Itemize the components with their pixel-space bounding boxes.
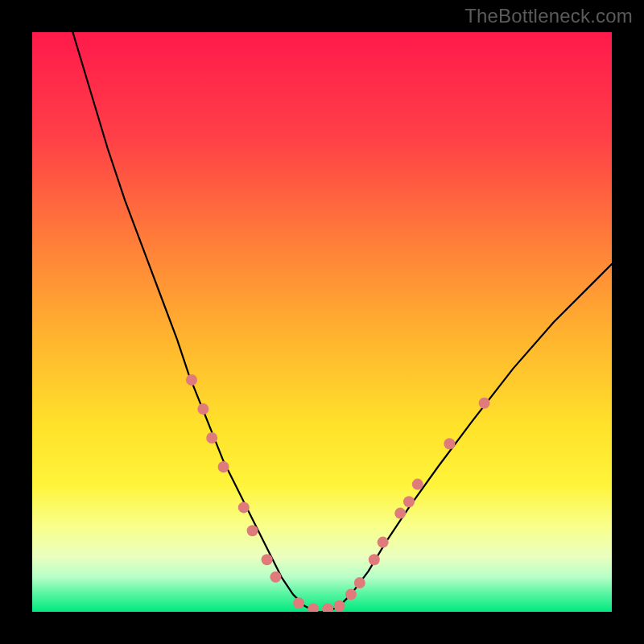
highlight-dot xyxy=(369,554,380,565)
highlight-dot xyxy=(334,601,345,612)
highlight-dot xyxy=(444,438,455,449)
highlight-dot xyxy=(345,588,357,600)
highlight-dot xyxy=(262,554,273,565)
highlight-dot xyxy=(293,597,304,609)
bottleneck-chart xyxy=(32,32,612,612)
highlight-dot xyxy=(354,577,365,588)
chart-frame: TheBottleneck.com xyxy=(0,0,644,644)
highlight-dot xyxy=(197,403,208,415)
highlight-dot xyxy=(412,479,423,490)
highlight-dot xyxy=(186,374,197,386)
highlight-dot xyxy=(206,432,217,444)
highlight-dot xyxy=(394,508,406,519)
watermark-text: TheBottleneck.com xyxy=(464,5,633,27)
highlight-dot xyxy=(270,572,281,583)
highlight-dot xyxy=(247,525,258,536)
gradient-background xyxy=(32,32,612,612)
highlight-dot xyxy=(238,502,250,513)
highlight-dot xyxy=(378,537,389,548)
highlight-dot xyxy=(403,496,415,507)
highlight-dot xyxy=(479,398,490,409)
highlight-dot xyxy=(218,461,229,473)
